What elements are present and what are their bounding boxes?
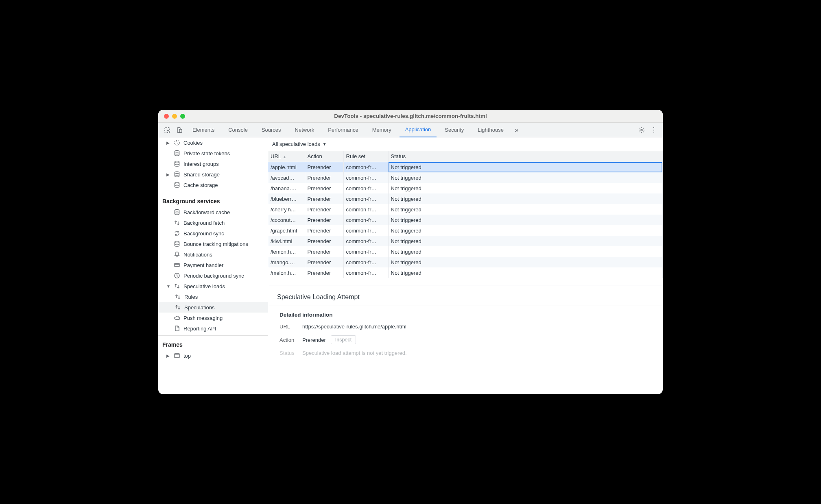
details-panel: Speculative Loading Attempt Detailed inf… — [268, 285, 663, 394]
table-row[interactable]: /mango.…Prerendercommon-fr…Not triggered — [268, 257, 663, 267]
device-toolbar-icon[interactable] — [175, 125, 184, 135]
table-row[interactable]: /apple.htmlPrerendercommon-fr…Not trigge… — [268, 162, 663, 172]
table-row[interactable]: /melon.h…Prerendercommon-fr…Not triggere… — [268, 267, 663, 278]
transfer-icon — [174, 219, 180, 226]
inspect-element-icon[interactable] — [162, 125, 172, 135]
sidebar-item-frame-top[interactable]: ▶ top — [158, 350, 268, 361]
table-cell-url: /coconut… — [268, 215, 305, 225]
sidebar-item-label: Back/forward cache — [183, 209, 230, 215]
sidebar-item-speculations[interactable]: Speculations — [158, 302, 268, 313]
table-cell-status: Not triggered — [388, 193, 663, 204]
transfer-icon — [174, 283, 180, 289]
table-cell-ruleset: common-fr… — [343, 204, 388, 215]
column-header-url[interactable]: URL▲ — [268, 151, 305, 162]
table-cell-status: Not triggered — [388, 162, 663, 172]
sidebar-item-bounce-tracking[interactable]: Bounce tracking mitigations — [158, 239, 268, 249]
tab-performance[interactable]: Performance — [322, 123, 364, 137]
sidebar-heading-frames: Frames — [158, 337, 268, 350]
details-status-label: Status — [279, 350, 302, 356]
column-header-status[interactable]: Status — [388, 151, 663, 162]
table-row[interactable]: /coconut…Prerendercommon-fr…Not triggere… — [268, 215, 663, 225]
table-cell-action: Prerender — [305, 246, 343, 257]
column-header-ruleset[interactable]: Rule set — [343, 151, 388, 162]
table-cell-url: /cherry.h… — [268, 204, 305, 215]
sidebar-item-label: Speculations — [184, 304, 214, 311]
table-cell-status: Not triggered — [388, 225, 663, 236]
sidebar-item-private-state-tokens[interactable]: Private state tokens — [158, 148, 268, 159]
table-row[interactable]: /banana.…Prerendercommon-fr…Not triggere… — [268, 183, 663, 193]
table-cell-url: /avocad… — [268, 172, 305, 183]
sidebar-item-label: Background sync — [183, 230, 224, 237]
table-cell-url: /banana.… — [268, 183, 305, 193]
table-row[interactable]: /grape.htmlPrerendercommon-fr…Not trigge… — [268, 225, 663, 236]
sidebar-item-label: Interest groups — [183, 161, 219, 167]
sidebar-item-speculative-loads[interactable]: ▼ Speculative loads — [158, 281, 268, 291]
table-cell-url: /melon.h… — [268, 267, 305, 278]
sidebar-item-notifications[interactable]: Notifications — [158, 249, 268, 260]
bell-icon — [174, 251, 180, 258]
database-icon — [174, 150, 180, 156]
table-cell-url: /lemon.h… — [268, 246, 305, 257]
settings-icon[interactable] — [637, 125, 646, 135]
sidebar-item-label: Reporting API — [183, 326, 216, 332]
tab-elements[interactable]: Elements — [187, 123, 220, 137]
sidebar-heading-background-services: Background services — [158, 194, 268, 207]
tab-security[interactable]: Security — [439, 123, 469, 137]
transfer-icon — [175, 293, 181, 300]
table-cell-ruleset: common-fr… — [343, 215, 388, 225]
close-window-button[interactable] — [164, 114, 169, 119]
sidebar-item-cache-storage[interactable]: Cache storage — [158, 180, 268, 190]
speculations-table: URL▲ Action Rule set Status /apple.htmlP… — [268, 151, 663, 285]
table-row[interactable]: /kiwi.htmlPrerendercommon-fr…Not trigger… — [268, 236, 663, 246]
sidebar-item-periodic-sync[interactable]: Periodic background sync — [158, 270, 268, 281]
table-row[interactable]: /lemon.h…Prerendercommon-fr…Not triggere… — [268, 246, 663, 257]
sidebar-item-background-sync[interactable]: Background sync — [158, 228, 268, 239]
sidebar-item-rules[interactable]: Rules — [158, 291, 268, 302]
sidebar-item-label: Background fetch — [183, 220, 225, 226]
sidebar-item-reporting-api[interactable]: Reporting API — [158, 323, 268, 334]
tab-network[interactable]: Network — [289, 123, 320, 137]
sidebar-item-label: Payment handler — [183, 262, 223, 268]
main-panel: All speculative loads ▼ URL▲ Action Rule… — [268, 137, 663, 394]
tab-lighthouse[interactable]: Lighthouse — [472, 123, 509, 137]
table-cell-url: /mango.… — [268, 257, 305, 267]
transfer-icon — [175, 304, 181, 311]
tab-sources[interactable]: Sources — [256, 123, 287, 137]
sidebar-item-shared-storage[interactable]: ▶ Shared storage — [158, 169, 268, 180]
tab-application[interactable]: Application — [400, 123, 437, 137]
kebab-menu-icon[interactable]: ⋮ — [649, 125, 659, 135]
sidebar-item-push-messaging[interactable]: Push messaging — [158, 313, 268, 323]
devtools-tabs: Elements Console Sources Network Perform… — [158, 123, 663, 137]
sync-icon — [174, 230, 180, 237]
table-cell-ruleset: common-fr… — [343, 267, 388, 278]
table-cell-action: Prerender — [305, 183, 343, 193]
database-icon — [174, 209, 180, 215]
tab-memory[interactable]: Memory — [367, 123, 397, 137]
inspect-button[interactable]: Inspect — [331, 335, 356, 344]
sidebar-item-interest-groups[interactable]: Interest groups — [158, 159, 268, 169]
table-cell-status: Not triggered — [388, 267, 663, 278]
column-header-action[interactable]: Action — [305, 151, 343, 162]
maximize-window-button[interactable] — [180, 114, 185, 119]
filter-dropdown[interactable]: All speculative loads ▼ — [268, 137, 663, 151]
sidebar-item-background-fetch[interactable]: Background fetch — [158, 217, 268, 228]
expand-arrow-icon: ▶ — [166, 354, 170, 358]
window-title: DevTools - speculative-rules.glitch.me/c… — [158, 113, 663, 119]
table-row[interactable]: /avocad…Prerendercommon-fr…Not triggered — [268, 172, 663, 183]
table-row[interactable]: /blueberr…Prerendercommon-fr…Not trigger… — [268, 193, 663, 204]
more-tabs-icon[interactable]: » — [512, 125, 522, 135]
sidebar-item-label: Speculative loads — [183, 283, 225, 289]
expand-arrow-icon: ▼ — [166, 284, 170, 289]
sidebar-item-bfcache[interactable]: Back/forward cache — [158, 207, 268, 217]
table-row[interactable]: /cherry.h…Prerendercommon-fr…Not trigger… — [268, 204, 663, 215]
table-cell-status: Not triggered — [388, 236, 663, 246]
sidebar-item-cookies[interactable]: ▶ Cookies — [158, 137, 268, 148]
tab-console[interactable]: Console — [223, 123, 253, 137]
table-cell-status: Not triggered — [388, 246, 663, 257]
details-heading: Detailed information — [277, 312, 654, 318]
sidebar-item-payment-handler[interactable]: Payment handler — [158, 260, 268, 270]
minimize-window-button[interactable] — [172, 114, 177, 119]
sidebar-item-label: Cache storage — [183, 182, 218, 188]
table-cell-status: Not triggered — [388, 204, 663, 215]
table-cell-action: Prerender — [305, 162, 343, 172]
